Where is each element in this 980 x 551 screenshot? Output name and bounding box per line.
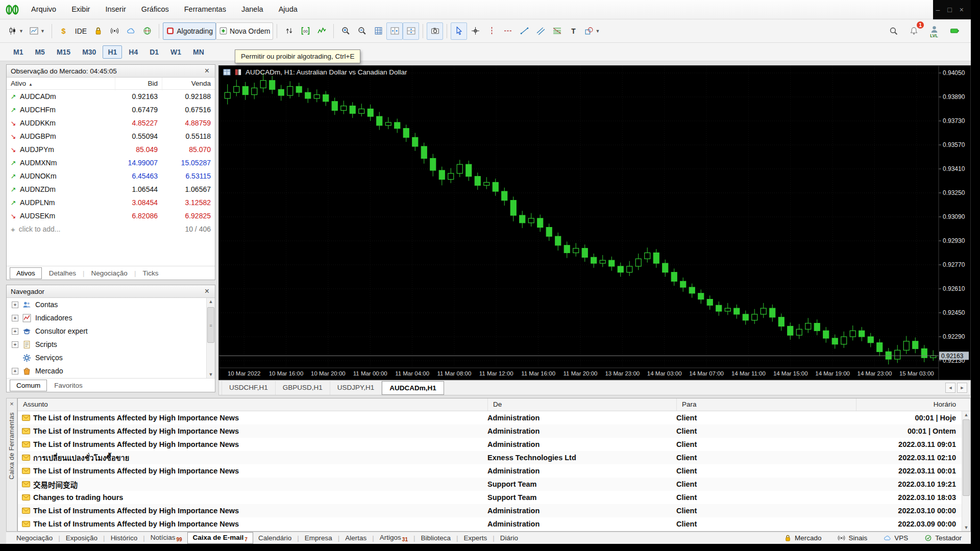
tab-negociao[interactable]: Negociação	[85, 268, 134, 279]
navigator-scrollbar[interactable]: ▲ ▼ ≡	[206, 298, 215, 378]
market-watch-row[interactable]: ↘AUDDKKm4.852274.88759	[7, 116, 215, 130]
cursor-button[interactable]	[451, 22, 467, 40]
menu-arquivo[interactable]: Arquivo	[23, 0, 64, 19]
scroll-up-icon[interactable]: ▲	[962, 411, 970, 418]
tab-ativos[interactable]: Ativos	[10, 267, 42, 279]
crosshair-button[interactable]	[467, 22, 483, 40]
status-mercado[interactable]: Mercado	[784, 534, 822, 542]
menu-grficos[interactable]: Gráficos	[134, 0, 177, 19]
click-to-add-row[interactable]: + click to add... 10 / 406	[7, 222, 215, 236]
scrollbar-thumb[interactable]	[963, 419, 970, 496]
search-button[interactable]	[885, 22, 901, 40]
bottom-tab-histrico[interactable]: Histórico	[106, 533, 143, 543]
timeframe-m5[interactable]: M5	[30, 45, 50, 59]
algotrading-button[interactable]: Algotrading	[163, 22, 216, 40]
market-watch-row[interactable]: ↗AUDCHFm0.674790.67516	[7, 103, 215, 116]
bottom-tab-dirio[interactable]: Diário	[495, 533, 523, 543]
expand-icon[interactable]: +	[12, 341, 18, 348]
mail-row[interactable]: The List of Instruments Affected by High…	[18, 411, 970, 424]
chart-tab-usdjpyh1[interactable]: USDJPY,H1	[330, 381, 382, 395]
bottom-tab-empresa[interactable]: Empresa	[300, 533, 337, 543]
vertical-line-button[interactable]	[483, 22, 500, 40]
mail-row[interactable]: The List of Instruments Affected by High…	[18, 517, 970, 531]
cloud-button[interactable]	[122, 22, 139, 40]
grid-button[interactable]	[370, 22, 386, 40]
maximize-button[interactable]: □	[947, 6, 951, 13]
zoom-out-button[interactable]	[354, 22, 370, 40]
chart-book-icon[interactable]	[234, 68, 242, 76]
menu-inserir[interactable]: Inserir	[97, 0, 133, 19]
timeframe-h1[interactable]: H1	[103, 45, 122, 59]
minimize-button[interactable]: –	[936, 6, 940, 13]
trendline-button[interactable]	[516, 22, 532, 40]
column-bid[interactable]: Bid	[115, 78, 162, 90]
menu-janela[interactable]: Janela	[234, 0, 271, 19]
mailbox-scrollbar[interactable]: ▲ ▼	[962, 411, 970, 531]
column-de[interactable]: De	[487, 398, 676, 411]
column-ativo[interactable]: Ativo▲	[7, 78, 115, 90]
market-watch-row[interactable]: ↗AUDNZDm1.065441.06567	[7, 183, 215, 196]
tile-horizontal-button[interactable]	[386, 22, 403, 40]
scroll-down-icon[interactable]: ▼	[962, 524, 970, 531]
tab-detalhes[interactable]: Detalhes	[43, 268, 82, 279]
expand-icon[interactable]: +	[12, 302, 18, 308]
lock-button[interactable]	[90, 22, 106, 40]
menu-ajuda[interactable]: Ajuda	[271, 0, 305, 19]
navigator-item-servios[interactable]: +Serviços	[7, 351, 215, 364]
column-venda[interactable]: Venda	[162, 78, 215, 90]
timeframe-d1[interactable]: D1	[144, 45, 164, 59]
market-watch-row[interactable]: ↗AUDCADm0.921630.92188	[7, 90, 215, 103]
close-icon[interactable]: ×	[10, 400, 14, 408]
status-testador[interactable]: Testador	[924, 534, 962, 542]
tab-ticks[interactable]: Ticks	[136, 268, 164, 279]
deposit-button[interactable]: $	[56, 22, 72, 40]
bottom-tab-negociao[interactable]: Negociação	[11, 533, 58, 543]
expand-icon[interactable]: +	[12, 368, 18, 374]
scrollbar-thumb[interactable]: ≡	[207, 307, 214, 343]
scroll-up-icon[interactable]: ▲	[207, 298, 215, 305]
column-assunto[interactable]: Assunto	[18, 398, 487, 411]
timeframe-m15[interactable]: M15	[52, 45, 76, 59]
mail-row[interactable]: Changes to trading hoursSupport TeamClie…	[18, 491, 970, 504]
market-watch-row[interactable]: ↘AUDGBPm0.550940.55118	[7, 130, 215, 143]
market-watch-row[interactable]: ↗AUDPLNm3.084543.12582	[7, 196, 215, 209]
bottom-tab-calendrio[interactable]: Calendário	[253, 533, 297, 543]
menu-ferramentas[interactable]: Ferramentas	[177, 0, 234, 19]
depth-of-market-button[interactable]: 00	[297, 22, 313, 40]
battery-indicator[interactable]	[946, 22, 963, 40]
new-order-button[interactable]: Nova Ordem	[216, 22, 273, 40]
mail-row[interactable]: 交易时间变动Support TeamClient2022.03.10 19:21	[18, 478, 970, 491]
bottom-tab-notcias[interactable]: Notícias99	[145, 533, 187, 544]
mail-row[interactable]: The List of Instruments Affected by High…	[18, 438, 970, 451]
candlestick-chart[interactable]: 10 Mar 202210 Mar 16:0010 Mar 20:0011 Ma…	[219, 66, 971, 381]
chart-type-button[interactable]: ▼	[5, 22, 27, 40]
navigator-item-indicadores[interactable]: +Indicadores	[7, 311, 215, 324]
timeframe-mn[interactable]: MN	[188, 45, 209, 59]
market-watch-row[interactable]: ↘AUDJPYm85.04985.070	[7, 143, 215, 156]
tab-comum[interactable]: Comum	[10, 380, 47, 391]
close-button[interactable]: ×	[960, 6, 964, 13]
close-icon[interactable]: ×	[203, 67, 211, 75]
navigator-item-mercado[interactable]: +Mercado	[7, 364, 215, 378]
horizontal-line-button[interactable]	[500, 22, 516, 40]
bottom-tab-artigos[interactable]: Artigos31	[375, 533, 413, 544]
notifications-button[interactable]: 1	[905, 22, 922, 40]
timeframe-w1[interactable]: W1	[165, 45, 186, 59]
mail-row[interactable]: The List of Instruments Affected by High…	[18, 424, 970, 438]
mail-row[interactable]: การเปลี่ยนแปลงชั่วโมงซื้อขายExness Techn…	[18, 451, 970, 464]
ide-button[interactable]: IDE	[72, 22, 90, 40]
timeframe-h4[interactable]: H4	[124, 45, 143, 59]
chart-tab-gbpusdh1[interactable]: GBPUSD,H1	[276, 381, 330, 395]
fibonacci-button[interactable]	[549, 22, 565, 40]
column-horario[interactable]: Horário	[856, 398, 970, 411]
navigator-item-consultorexpert[interactable]: +Consultor expert	[7, 324, 215, 338]
tick-arrows-button[interactable]	[281, 22, 297, 40]
timeframe-m30[interactable]: M30	[77, 45, 101, 59]
channel-button[interactable]	[532, 22, 549, 40]
bottom-tab-experts[interactable]: Experts	[459, 533, 493, 543]
tab-favoritos[interactable]: Favoritos	[48, 380, 89, 391]
account-button[interactable]: LVL	[926, 22, 942, 40]
chart-grid-icon[interactable]	[223, 68, 231, 76]
screenshot-button[interactable]	[427, 22, 443, 40]
web-button[interactable]	[139, 22, 155, 40]
